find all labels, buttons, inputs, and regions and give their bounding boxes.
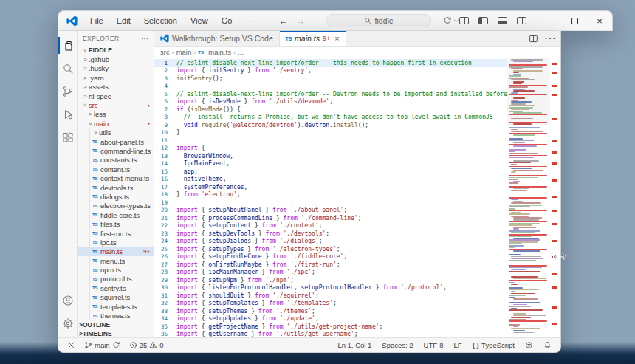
file-item-command-line-ts[interactable]: TScommand-line.ts [78,146,154,155]
breadcrumb-item-main-ts[interactable]: TSmain.ts [198,48,231,56]
activity-item-extensions[interactable] [58,126,78,148]
problems-item[interactable]: 25 0 [126,341,167,349]
code-line-25[interactable]: 25import { setupTypes } from './electron… [154,245,560,253]
file-item-main-ts[interactable]: TSmain.ts9+ [78,247,154,256]
code-line-26[interactable]: 26import { setupFiddleCore } from './fid… [154,253,560,261]
maximize-button[interactable] [562,11,587,30]
nav-back-button[interactable]: ← [278,16,288,27]
file-item-sentry-ts[interactable]: TSsentry.ts [78,284,154,292]
minimap[interactable] [507,58,550,337]
code-line-10[interactable]: 10} [154,129,560,137]
indentation[interactable]: Spaces: 2 [379,341,416,349]
folder-item-main[interactable]: >main● [78,119,154,128]
encoding[interactable]: UTF-8 [421,341,447,349]
folder-item-assets[interactable]: >assets [78,83,154,92]
code-line-27[interactable]: 27import { onFirstRunMaybe } from './fir… [154,261,560,269]
code-line-29[interactable]: 29import { setupNpm } from './npm'; [154,276,560,284]
activity-item-accounts[interactable] [58,289,78,312]
file-item-constants-ts[interactable]: TSconstants.ts [78,156,154,165]
code-line-31[interactable]: 31import { shouldQuit } from './squirrel… [154,292,560,300]
file-item-electron-types-ts[interactable]: TSelectron-types.ts [78,202,154,210]
breadcrumb-item-main[interactable]: main [176,48,192,56]
code-line-9[interactable]: 9 void require('@electron/devtron').devt… [154,121,560,129]
code-line-20[interactable]: 20import { setupAboutPanel } from './abo… [154,207,560,215]
activity-item-search[interactable] [58,57,78,80]
folder-item--yarn[interactable]: >.yarn [78,73,154,82]
file-item-menu-ts[interactable]: TSmenu.ts [78,256,154,265]
code-line-15[interactable]: 15 app, [154,168,560,176]
code-line-35[interactable]: 35import { getProjectName } from './util… [154,323,560,331]
code-line-7[interactable]: 7if (isDevMode()) { [154,106,560,114]
code-line-6[interactable]: 6import { isDevMode } from './utils/devm… [154,98,560,106]
file-item-devtools-ts[interactable]: TSdevtools.ts [78,183,154,192]
menu-file[interactable]: File [84,15,109,27]
code-line-22[interactable]: 22import { setupContent } from './conten… [154,222,560,230]
file-item-dialogs-ts[interactable]: TSdialogs.ts [78,192,154,201]
code-line-11[interactable]: 11 [154,137,560,145]
toggle-panel-icon[interactable] [498,17,507,24]
code-line-36[interactable]: 36import { getUsername } from './utils/g… [154,331,560,338]
menu-[interactable]: ··· [239,15,259,27]
code-line-17[interactable]: 17 systemPreferences, [154,183,560,191]
folder-item--github[interactable]: >.github [78,55,154,63]
code-line-30[interactable]: 30import { listenForProtocolHandler, set… [154,284,560,292]
file-item-files-ts[interactable]: TSfiles.ts [78,219,154,228]
code-line-34[interactable]: 34import { setupUpdates } from './update… [154,315,560,323]
tab-close-icon[interactable]: × [334,34,339,43]
tab-walkthrough-setup-vs-code[interactable]: Walkthrough: Setup VS Code [154,31,280,46]
file-item-about-panel-ts[interactable]: TSabout-panel.ts [78,137,154,146]
toggle-secondary-sidebar-icon[interactable] [517,17,526,24]
remote-indicator-icon[interactable] [64,341,78,349]
code-line-5[interactable]: 5// eslint-disable-next-line import/orde… [154,90,560,98]
file-item-context-menu-ts[interactable]: TScontext-menu.ts [78,174,154,182]
code-line-14[interactable]: 14 IpcMainEvent, [154,160,560,168]
folder-item-rtl-spec[interactable]: >rtl-spec [78,92,154,100]
breadcrumb[interactable]: src›main›TSmain.ts›... [154,47,560,58]
folder-item--husky[interactable]: >.husky [78,64,154,73]
minimize-button[interactable] [537,11,562,30]
code-line-3[interactable]: 3initSentry(); [154,75,560,83]
file-item-fiddle-core-ts[interactable]: TSfiddle-core.ts [78,210,154,219]
activity-item-run-debug[interactable] [58,103,78,126]
tab-main-ts[interactable]: TSmain.ts9+× [280,31,346,46]
nav-forward-button[interactable]: → [295,16,305,27]
activity-item-explorer[interactable] [58,34,78,57]
file-item-themes-ts[interactable]: TSthemes.ts [78,311,154,320]
code-line-21[interactable]: 21import { processCommandLine } from './… [154,214,560,222]
menu-go[interactable]: Go [216,15,238,27]
activity-item-settings[interactable] [58,312,78,334]
toggle-primary-sidebar-icon[interactable] [478,17,488,24]
folder-item-src[interactable]: >src● [78,100,154,109]
breadcrumb-item-src[interactable]: src [160,48,170,56]
section-timeline[interactable]: >TIMELINE [78,329,154,337]
file-item-templates-ts[interactable]: TStemplates.ts [78,302,154,311]
code-line-24[interactable]: 24import { setupDialogs } from './dialog… [154,238,560,246]
notifications-bell-icon[interactable] [540,341,555,349]
file-item-ipc-ts[interactable]: TSipc.ts [78,238,154,247]
code-line-28[interactable]: 28import { ipcMainManager } from './ipc'… [154,269,560,277]
cursor-position[interactable]: Ln 1, Col 1 [334,341,374,349]
code-editor[interactable]: 1// eslint-disable-next-line import/orde… [154,58,560,337]
command-center-search[interactable]: fiddle [326,14,431,27]
split-editor-icon[interactable] [529,34,538,44]
folder-item-utils[interactable]: >utils [78,128,154,137]
file-item-npm-ts[interactable]: TSnpm.ts [78,265,154,274]
code-line-12[interactable]: 12import { [154,145,560,153]
code-line-18[interactable]: 18} from 'electron'; [154,191,560,199]
file-item-protocol-ts[interactable]: TSprotocol.ts [78,275,154,284]
eol-sequence[interactable]: LF [451,341,465,349]
menu-selection[interactable]: Selection [138,15,183,27]
code-line-4[interactable]: 4 [154,83,560,91]
section-outline[interactable]: >OUTLINE [78,320,154,329]
breadcrumb-item--[interactable]: ... [238,48,244,56]
folder-item-less[interactable]: >less [78,110,154,119]
feedback-icon[interactable] [522,341,536,349]
close-button[interactable]: × [587,11,612,30]
editor-more-actions-icon[interactable]: ··· [544,32,556,45]
code-line-2[interactable]: 2import { initSentry } from './sentry'; [154,67,560,75]
menu-edit[interactable]: Edit [111,15,137,27]
session-replay-control[interactable] [443,16,459,25]
code-line-32[interactable]: 32import { setupTemplates } from './temp… [154,300,560,308]
customize-layout-icon[interactable] [459,17,469,24]
git-branch-item[interactable]: main [81,341,123,349]
